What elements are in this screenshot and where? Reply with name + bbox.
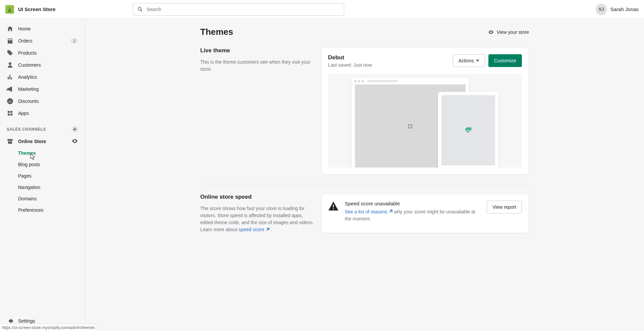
subnav-domains[interactable]: Domains [14, 193, 82, 204]
live-theme-sidebar: Live theme This is the theme customers s… [200, 47, 314, 175]
orders-badge: 1 [70, 38, 78, 44]
section-sales-channels: SALES CHANNELS [3, 119, 82, 135]
customers-icon [7, 62, 13, 68]
warning-icon [328, 201, 339, 212]
sidebar-item-label: Discounts [18, 98, 39, 104]
search-wrap [133, 3, 344, 16]
subnav-blog-posts[interactable]: Blog posts [14, 159, 82, 170]
sidebar-item-discounts[interactable]: Discounts [3, 95, 82, 107]
theme-preview [328, 74, 522, 168]
live-theme-section: Live theme This is the theme customers s… [200, 47, 529, 175]
search-field[interactable] [133, 3, 344, 16]
view-report-label: View report [492, 204, 516, 210]
sidebar-item-products[interactable]: Products [3, 47, 82, 59]
caret-down-icon [476, 60, 479, 62]
subnav-pages[interactable]: Pages [14, 170, 82, 182]
discounts-icon [7, 98, 13, 105]
external-link-icon [266, 227, 270, 231]
sidebar-item-online-store[interactable]: Online Store [3, 135, 82, 147]
section-label: SALES CHANNELS [7, 127, 46, 132]
subnav-label: Themes [18, 150, 36, 156]
view-your-store-link[interactable]: View your store [488, 29, 529, 35]
user-name: Sarah Jonas [610, 6, 639, 12]
sidebar-item-label: Home [18, 26, 31, 31]
browser-status-bar: https://ui-screen-store.myshopify.com/ad… [0, 324, 97, 331]
sidebar-item-label: Products [18, 50, 37, 56]
sidebar-item-label: Apps [18, 111, 29, 116]
speed-section: Online store speed The score shows how f… [200, 194, 529, 233]
speed-heading: Online store speed [200, 194, 314, 200]
live-theme-heading: Live theme [200, 47, 314, 54]
top-header: UI Screen Store SJ Sarah Jonas [0, 0, 644, 19]
sidebar-item-label: Analytics [18, 74, 37, 80]
home-icon [7, 25, 13, 32]
theme-saved: Last saved: Just now [328, 62, 372, 68]
sidebar-item-analytics[interactable]: Analytics [3, 71, 82, 83]
sidebar-item-apps[interactable]: Apps [3, 107, 82, 119]
page-header: Themes View your store [200, 27, 529, 37]
broken-image-icon [408, 124, 413, 129]
sidebar-item-home[interactable]: Home [3, 23, 82, 35]
theme-name: Debut [328, 54, 372, 61]
customize-button[interactable]: Customize [488, 54, 522, 67]
subnav-label: Blog posts [18, 162, 40, 167]
speed-score-link[interactable]: speed score [238, 227, 269, 232]
apps-icon [7, 110, 13, 117]
sidebar-item-label: Settings [18, 318, 35, 324]
subnav-preferences[interactable]: Preferences [14, 204, 82, 216]
subnav-label: Preferences [18, 207, 43, 213]
subnav-label: Navigation [18, 185, 40, 190]
orders-icon [7, 38, 13, 44]
actions-button[interactable]: Actions [453, 54, 485, 67]
main-content: Themes View your store Live theme This i… [85, 19, 644, 331]
view-store-label: View your store [497, 29, 529, 35]
refresh-icon [465, 127, 472, 134]
subnav-navigation[interactable]: Navigation [14, 182, 82, 193]
view-store-icon-button[interactable] [71, 138, 78, 145]
customize-label: Customize [494, 58, 516, 63]
speed-desc: The score shows how fast your store is l… [200, 205, 314, 233]
add-channel-button[interactable] [71, 126, 78, 133]
sidebar-item-customers[interactable]: Customers [3, 59, 82, 71]
gear-icon [7, 318, 13, 324]
subnav-label: Pages [18, 173, 32, 179]
products-icon [7, 50, 13, 56]
actions-label: Actions [459, 58, 474, 63]
external-link-icon [389, 209, 393, 213]
sidebar-item-label: Orders [18, 38, 33, 44]
speed-banner-title: Speed score unavailable [345, 201, 481, 206]
shopify-logo-icon [5, 5, 14, 14]
live-theme-card: Debut Last saved: Just now Actions Custo… [321, 47, 529, 175]
sidebar: Home Orders 1 Products Customers Analyti… [0, 19, 85, 331]
analytics-icon [7, 74, 13, 80]
subnav-themes[interactable]: Themes [14, 147, 82, 159]
sidebar-item-label: Online Store [18, 139, 46, 144]
store-icon [7, 138, 13, 145]
brand-name: UI Screen Store [18, 6, 56, 12]
sidebar-item-label: Customers [18, 62, 41, 68]
reasons-link[interactable]: See a list of reasons [345, 209, 393, 214]
speed-sidebar: Online store speed The score shows how f… [200, 194, 314, 233]
plus-circle-icon [73, 127, 77, 131]
live-theme-desc: This is the theme customers see when the… [200, 59, 314, 73]
eye-icon [71, 138, 78, 144]
speed-card: Speed score unavailable See a list of re… [321, 194, 529, 233]
online-store-subnav: Themes Blog posts Pages Navigation Domai… [3, 147, 82, 216]
eye-icon [488, 29, 494, 35]
avatar: SJ [596, 4, 607, 15]
speed-banner-desc: See a list of reasons why your score mig… [345, 208, 481, 222]
sidebar-item-label: Marketing [18, 86, 39, 92]
page-title: Themes [200, 27, 233, 37]
user-menu[interactable]: SJ Sarah Jonas [596, 4, 639, 15]
preview-mobile-window [438, 92, 498, 168]
sidebar-item-marketing[interactable]: Marketing [3, 83, 82, 95]
subnav-label: Domains [18, 196, 37, 201]
marketing-icon [7, 86, 13, 92]
section-divider [200, 184, 529, 184]
search-icon [137, 6, 143, 12]
view-report-button[interactable]: View report [487, 201, 522, 213]
sidebar-item-orders[interactable]: Orders 1 [3, 35, 82, 47]
search-input[interactable] [147, 7, 340, 12]
